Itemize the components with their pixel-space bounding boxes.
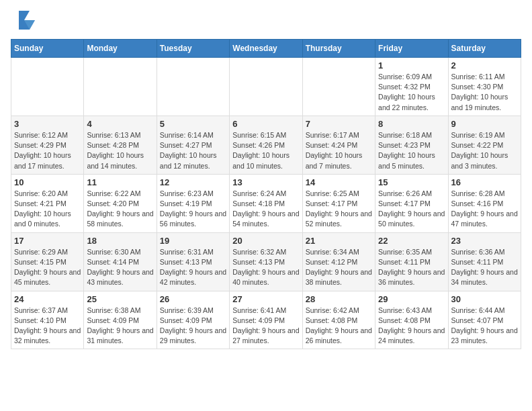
day-number: 2 (451, 60, 518, 71)
calendar-cell (157, 58, 229, 116)
calendar-cell: 7Sunrise: 6:17 AM Sunset: 4:24 PM Daylig… (302, 116, 375, 174)
day-number: 24 (14, 294, 81, 304)
calendar-cell: 12Sunrise: 6:23 AM Sunset: 4:19 PM Dayli… (157, 174, 229, 232)
week-row-4: 17Sunrise: 6:29 AM Sunset: 4:15 PM Dayli… (11, 232, 521, 291)
day-number: 12 (160, 177, 226, 187)
day-info: Sunrise: 6:19 AM Sunset: 4:22 PM Dayligh… (451, 130, 518, 171)
day-info: Sunrise: 6:38 AM Sunset: 4:09 PM Dayligh… (87, 306, 153, 347)
calendar-cell: 22Sunrise: 6:35 AM Sunset: 4:11 PM Dayli… (375, 232, 448, 291)
header-saturday: Saturday (448, 40, 521, 58)
day-number: 29 (378, 294, 445, 304)
calendar-table: SundayMondayTuesdayWednesdayThursdayFrid… (11, 39, 521, 349)
day-info: Sunrise: 6:14 AM Sunset: 4:27 PM Dayligh… (160, 130, 226, 171)
day-info: Sunrise: 6:39 AM Sunset: 4:09 PM Dayligh… (160, 306, 226, 347)
calendar-body: 1Sunrise: 6:09 AM Sunset: 4:32 PM Daylig… (11, 58, 521, 349)
calendar-cell: 6Sunrise: 6:15 AM Sunset: 4:26 PM Daylig… (230, 116, 302, 174)
day-number: 14 (306, 177, 372, 187)
day-number: 22 (378, 236, 445, 246)
calendar-cell: 4Sunrise: 6:13 AM Sunset: 4:28 PM Daylig… (84, 116, 157, 174)
calendar-cell (302, 58, 375, 116)
day-number: 4 (87, 119, 153, 129)
page-header (11, 11, 521, 32)
day-number: 28 (306, 294, 372, 304)
day-number: 13 (232, 177, 299, 187)
day-info: Sunrise: 6:36 AM Sunset: 4:11 PM Dayligh… (451, 247, 518, 288)
day-number: 9 (451, 119, 518, 129)
calendar-cell: 21Sunrise: 6:34 AM Sunset: 4:12 PM Dayli… (302, 232, 375, 291)
header-sunday: Sunday (11, 40, 84, 58)
calendar-cell: 27Sunrise: 6:41 AM Sunset: 4:09 PM Dayli… (230, 291, 302, 349)
calendar-cell: 28Sunrise: 6:42 AM Sunset: 4:08 PM Dayli… (302, 291, 375, 349)
day-info: Sunrise: 6:43 AM Sunset: 4:08 PM Dayligh… (378, 306, 445, 347)
day-number: 26 (160, 294, 226, 304)
day-number: 6 (232, 119, 299, 129)
day-info: Sunrise: 6:29 AM Sunset: 4:15 PM Dayligh… (14, 247, 81, 288)
day-number: 15 (378, 177, 445, 187)
day-info: Sunrise: 6:09 AM Sunset: 4:32 PM Dayligh… (378, 72, 445, 113)
day-info: Sunrise: 6:17 AM Sunset: 4:24 PM Dayligh… (306, 130, 372, 171)
day-info: Sunrise: 6:28 AM Sunset: 4:16 PM Dayligh… (451, 189, 518, 230)
calendar-cell: 19Sunrise: 6:31 AM Sunset: 4:13 PM Dayli… (157, 232, 229, 291)
logo-icon (13, 11, 35, 32)
day-number: 19 (160, 236, 226, 246)
day-info: Sunrise: 6:35 AM Sunset: 4:11 PM Dayligh… (378, 247, 445, 288)
header-monday: Monday (84, 40, 157, 58)
day-info: Sunrise: 6:11 AM Sunset: 4:30 PM Dayligh… (451, 72, 518, 113)
calendar-cell: 20Sunrise: 6:32 AM Sunset: 4:13 PM Dayli… (230, 232, 302, 291)
week-row-1: 1Sunrise: 6:09 AM Sunset: 4:32 PM Daylig… (11, 58, 521, 116)
day-number: 7 (306, 119, 372, 129)
day-info: Sunrise: 6:44 AM Sunset: 4:07 PM Dayligh… (451, 306, 518, 347)
calendar-header: SundayMondayTuesdayWednesdayThursdayFrid… (11, 40, 521, 58)
header-row: SundayMondayTuesdayWednesdayThursdayFrid… (11, 40, 521, 58)
week-row-2: 3Sunrise: 6:12 AM Sunset: 4:29 PM Daylig… (11, 116, 521, 174)
day-info: Sunrise: 6:37 AM Sunset: 4:10 PM Dayligh… (14, 306, 81, 347)
day-info: Sunrise: 6:42 AM Sunset: 4:08 PM Dayligh… (306, 306, 372, 347)
calendar-cell (11, 58, 84, 116)
calendar-cell: 10Sunrise: 6:20 AM Sunset: 4:21 PM Dayli… (11, 174, 84, 232)
calendar-cell: 5Sunrise: 6:14 AM Sunset: 4:27 PM Daylig… (157, 116, 229, 174)
day-number: 27 (232, 294, 299, 304)
calendar-cell (230, 58, 302, 116)
day-number: 1 (378, 60, 445, 71)
calendar-cell: 3Sunrise: 6:12 AM Sunset: 4:29 PM Daylig… (11, 116, 84, 174)
day-info: Sunrise: 6:18 AM Sunset: 4:23 PM Dayligh… (378, 130, 445, 171)
calendar-cell: 2Sunrise: 6:11 AM Sunset: 4:30 PM Daylig… (448, 58, 521, 116)
week-row-5: 24Sunrise: 6:37 AM Sunset: 4:10 PM Dayli… (11, 291, 521, 349)
day-info: Sunrise: 6:24 AM Sunset: 4:18 PM Dayligh… (232, 189, 299, 230)
day-info: Sunrise: 6:12 AM Sunset: 4:29 PM Dayligh… (14, 130, 81, 171)
day-number: 17 (14, 236, 81, 246)
header-tuesday: Tuesday (157, 40, 229, 58)
day-info: Sunrise: 6:13 AM Sunset: 4:28 PM Dayligh… (87, 130, 153, 171)
logo (11, 11, 35, 32)
calendar-cell: 26Sunrise: 6:39 AM Sunset: 4:09 PM Dayli… (157, 291, 229, 349)
calendar-cell: 15Sunrise: 6:26 AM Sunset: 4:17 PM Dayli… (375, 174, 448, 232)
calendar-cell: 24Sunrise: 6:37 AM Sunset: 4:10 PM Dayli… (11, 291, 84, 349)
day-info: Sunrise: 6:23 AM Sunset: 4:19 PM Dayligh… (160, 189, 226, 230)
day-number: 8 (378, 119, 445, 129)
day-info: Sunrise: 6:25 AM Sunset: 4:17 PM Dayligh… (306, 189, 372, 230)
header-thursday: Thursday (302, 40, 375, 58)
day-number: 16 (451, 177, 518, 187)
calendar-cell: 8Sunrise: 6:18 AM Sunset: 4:23 PM Daylig… (375, 116, 448, 174)
calendar-cell (84, 58, 157, 116)
day-info: Sunrise: 6:31 AM Sunset: 4:13 PM Dayligh… (160, 247, 226, 288)
calendar-cell: 25Sunrise: 6:38 AM Sunset: 4:09 PM Dayli… (84, 291, 157, 349)
day-number: 23 (451, 236, 518, 246)
day-number: 21 (306, 236, 372, 246)
calendar-cell: 23Sunrise: 6:36 AM Sunset: 4:11 PM Dayli… (448, 232, 521, 291)
day-number: 25 (87, 294, 153, 304)
header-friday: Friday (375, 40, 448, 58)
week-row-3: 10Sunrise: 6:20 AM Sunset: 4:21 PM Dayli… (11, 174, 521, 232)
calendar-cell: 17Sunrise: 6:29 AM Sunset: 4:15 PM Dayli… (11, 232, 84, 291)
calendar-cell: 18Sunrise: 6:30 AM Sunset: 4:14 PM Dayli… (84, 232, 157, 291)
day-info: Sunrise: 6:34 AM Sunset: 4:12 PM Dayligh… (306, 247, 372, 288)
day-number: 3 (14, 119, 81, 129)
day-number: 30 (451, 294, 518, 304)
day-number: 20 (232, 236, 299, 246)
calendar-cell: 14Sunrise: 6:25 AM Sunset: 4:17 PM Dayli… (302, 174, 375, 232)
day-number: 18 (87, 236, 153, 246)
day-number: 5 (160, 119, 226, 129)
calendar-cell: 16Sunrise: 6:28 AM Sunset: 4:16 PM Dayli… (448, 174, 521, 232)
calendar-cell: 11Sunrise: 6:22 AM Sunset: 4:20 PM Dayli… (84, 174, 157, 232)
day-info: Sunrise: 6:26 AM Sunset: 4:17 PM Dayligh… (378, 189, 445, 230)
